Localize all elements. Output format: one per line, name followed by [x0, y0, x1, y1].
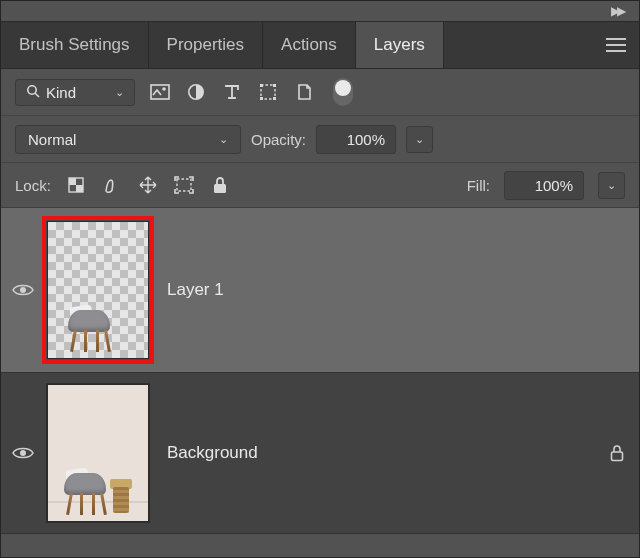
layer-filter-bar: Kind ⌄	[1, 69, 639, 116]
lock-image-icon[interactable]	[101, 174, 123, 196]
tab-brush-settings[interactable]: Brush Settings	[1, 22, 149, 68]
panel-collapse-bar: ▶▶	[1, 1, 639, 22]
layer-name[interactable]: Background	[167, 443, 595, 463]
layer-row[interactable]: Layer 1	[1, 208, 639, 373]
panel-tabs: Brush Settings Properties Actions Layers	[1, 22, 639, 69]
filter-adjustment-layers-icon[interactable]	[185, 81, 207, 103]
blend-mode-value: Normal	[28, 131, 76, 148]
lock-icon	[609, 444, 625, 462]
opacity-field[interactable]: 100%	[316, 125, 396, 154]
tab-properties[interactable]: Properties	[149, 22, 263, 68]
layer-thumbnail[interactable]	[45, 384, 151, 522]
fill-label: Fill:	[467, 177, 490, 194]
lock-artboard-icon[interactable]	[173, 174, 195, 196]
svg-rect-20	[612, 452, 623, 461]
svg-rect-17	[214, 184, 226, 193]
chair-graphic	[58, 455, 114, 515]
search-icon	[26, 84, 40, 101]
svg-rect-9	[260, 84, 263, 87]
filter-pixel-layers-icon[interactable]	[149, 81, 171, 103]
svg-point-3	[28, 85, 36, 93]
svg-rect-5	[151, 85, 169, 99]
kind-label: Kind	[46, 84, 109, 101]
panel-menu-button[interactable]	[593, 22, 639, 68]
blend-opacity-bar: Normal ⌄ Opacity: 100% ⌄	[1, 116, 639, 163]
layer-visibility-toggle[interactable]	[1, 446, 45, 460]
svg-point-18	[20, 287, 26, 293]
svg-rect-2	[606, 50, 626, 52]
opacity-flyout[interactable]: ⌄	[406, 126, 433, 153]
filter-toggle[interactable]	[333, 78, 353, 106]
svg-rect-16	[177, 179, 191, 191]
svg-line-4	[35, 93, 39, 97]
lock-all-icon[interactable]	[209, 174, 231, 196]
svg-point-6	[162, 87, 166, 91]
thumbnail-transparent-chair	[47, 221, 149, 359]
layer-lock-indicator[interactable]	[595, 444, 639, 462]
layer-row[interactable]: Background	[1, 373, 639, 534]
filter-type-layers-icon[interactable]	[221, 81, 243, 103]
filter-shape-layers-icon[interactable]	[257, 81, 279, 103]
svg-point-19	[20, 450, 26, 456]
collapse-panel-icon[interactable]: ▶▶	[611, 4, 623, 18]
eye-icon	[12, 283, 34, 297]
tab-actions[interactable]: Actions	[263, 22, 356, 68]
layer-name[interactable]: Layer 1	[167, 280, 639, 300]
svg-rect-1	[606, 44, 626, 46]
filter-smart-objects-icon[interactable]	[293, 81, 315, 103]
opacity-label: Opacity:	[251, 131, 306, 148]
svg-rect-10	[273, 84, 276, 87]
opacity-value: 100%	[347, 131, 385, 148]
blend-mode-dropdown[interactable]: Normal ⌄	[15, 125, 241, 154]
thumbnail-room-chair	[47, 384, 149, 522]
svg-rect-8	[261, 85, 275, 99]
svg-rect-11	[260, 97, 263, 100]
fill-flyout[interactable]: ⌄	[598, 172, 625, 199]
lock-fill-bar: Lock: Fill: 100% ⌄	[1, 163, 639, 208]
layer-filter-kind-dropdown[interactable]: Kind ⌄	[15, 79, 135, 106]
svg-rect-14	[69, 178, 76, 185]
layer-visibility-toggle[interactable]	[1, 283, 45, 297]
svg-rect-15	[76, 185, 83, 192]
hamburger-icon	[606, 38, 626, 52]
chevron-down-icon: ⌄	[219, 133, 228, 146]
svg-rect-12	[273, 97, 276, 100]
stool-graphic	[110, 479, 132, 513]
svg-rect-0	[606, 38, 626, 40]
layer-thumbnail[interactable]	[45, 221, 151, 359]
lock-transparency-icon[interactable]	[65, 174, 87, 196]
lock-position-icon[interactable]	[137, 174, 159, 196]
fill-field[interactable]: 100%	[504, 171, 584, 200]
layers-panel: ▶▶ Brush Settings Properties Actions Lay…	[0, 0, 640, 558]
fill-value: 100%	[535, 177, 573, 194]
chevron-down-icon: ⌄	[115, 86, 124, 99]
layers-list: Layer 1 Background	[1, 208, 639, 534]
eye-icon	[12, 446, 34, 460]
chair-graphic	[62, 292, 118, 352]
tab-layers[interactable]: Layers	[356, 22, 444, 68]
lock-label: Lock:	[15, 177, 51, 194]
